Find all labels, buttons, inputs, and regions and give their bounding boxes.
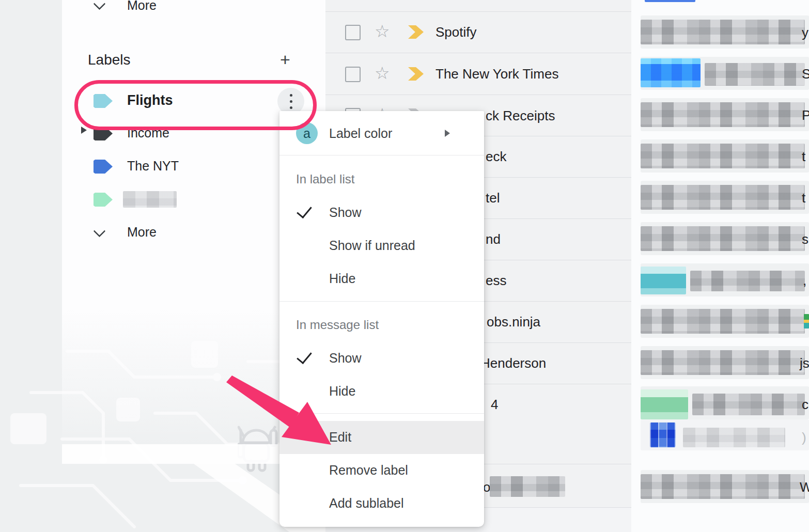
email-checkbox[interactable]	[345, 67, 361, 82]
sender-label: ess	[486, 273, 506, 289]
redacted-subject-block	[690, 271, 805, 291]
cropped-subject-text: ,	[803, 273, 806, 289]
redacted-subject-block	[641, 20, 805, 44]
sender-label: Henderson	[480, 355, 546, 371]
menu-item-remove-label[interactable]: Remove label	[279, 454, 484, 487]
menu-item-add-sublabel[interactable]: Add sublabel	[279, 487, 484, 520]
redacted-subject-block	[692, 394, 805, 415]
email-checkbox[interactable]	[345, 25, 361, 40]
label-tag-icon	[94, 193, 113, 207]
redacted-subject-block	[641, 185, 805, 210]
menu-item-show-label-list[interactable]: Show	[279, 196, 484, 229]
redacted-sender-block	[490, 476, 565, 497]
label-tag-icon	[94, 160, 113, 174]
cropped-subject-text: S	[802, 66, 809, 82]
cropped-favicon-icon	[804, 314, 809, 328]
cropped-subject-text: c	[802, 397, 808, 413]
redacted-subject-icon-block	[650, 423, 676, 447]
cropped-subject-text: W	[800, 479, 809, 495]
checkmark-icon	[297, 202, 312, 218]
redacted-subject-teal-block	[641, 267, 686, 294]
star-icon[interactable]: ☆	[375, 23, 390, 40]
menu-item-hide-label-list[interactable]: Hide	[279, 262, 484, 295]
redacted-subject-block	[641, 474, 805, 499]
cropped-subject-text: js	[800, 355, 809, 371]
sidebar-item-the-nyt[interactable]: The NYT	[62, 153, 310, 180]
annotation-arrow	[217, 367, 341, 455]
importance-marker-icon[interactable]	[408, 67, 424, 81]
email-row[interactable]: ☆ The New York Times	[325, 53, 631, 95]
sender-label: eck	[486, 149, 506, 165]
redacted-subject-block	[641, 226, 805, 251]
sender-label: 4	[491, 397, 498, 413]
annotation-circle	[74, 80, 317, 130]
chevron-down-icon	[93, 225, 105, 237]
cropped-subject-text: P	[802, 107, 809, 123]
cropped-blue-button	[645, 0, 695, 2]
sender-label: nd	[486, 231, 501, 247]
redacted-subject-block	[705, 63, 805, 86]
redacted-subject-block	[641, 309, 805, 334]
cropped-subject-text: y	[802, 25, 808, 41]
cropped-subject-text: t	[802, 190, 805, 206]
menu-item-label: Hide	[329, 271, 355, 286]
sender-label: tel	[486, 190, 500, 206]
labels-header: Labels	[88, 52, 131, 68]
redacted-subject-block	[683, 428, 785, 447]
redacted-label-block	[123, 191, 177, 208]
redacted-subject-block	[641, 144, 805, 168]
sidebar-item-label: More	[127, 225, 157, 240]
star-icon[interactable]: ☆	[375, 65, 390, 82]
label-context-menu: a Label color In label list Show Show if…	[279, 111, 484, 527]
menu-item-label: Remove label	[329, 463, 408, 478]
sidebar-item-label: More	[127, 0, 157, 13]
screenshot-canvas: ☆ Spotify ☆ The New York Times ☆ ck Rece…	[0, 0, 809, 532]
sender-label: The New York Times	[435, 66, 558, 82]
menu-section-header: In message list	[296, 318, 379, 332]
sidebar-item-label: The NYT	[127, 159, 179, 174]
menu-section-header: In label list	[296, 172, 354, 186]
cropped-subject-text: s	[802, 231, 808, 247]
menu-item-label: Label color	[329, 126, 392, 141]
sidebar-item-redacted[interactable]	[62, 186, 310, 213]
swatch-letter: a	[303, 126, 310, 141]
redacted-subject-green-block	[641, 389, 688, 419]
redacted-subject-block	[641, 102, 805, 127]
expand-caret-icon[interactable]	[81, 127, 87, 134]
importance-marker-icon[interactable]	[408, 25, 424, 39]
chevron-down-icon	[93, 0, 105, 10]
checkmark-icon	[297, 348, 312, 364]
menu-item-label: Add sublabel	[329, 496, 404, 511]
sidebar-item-more-top[interactable]: More	[62, 0, 310, 18]
cropped-subject-text: t	[802, 149, 805, 165]
sender-label: Spotify	[435, 24, 477, 40]
redacted-subject-blue-block	[641, 58, 701, 87]
add-label-button[interactable]: +	[280, 51, 290, 68]
menu-item-label: Show	[329, 351, 362, 366]
cropped-subject-text: )	[802, 430, 806, 446]
list-gap-column	[631, 0, 641, 507]
sender-label: obs.ninja	[487, 314, 540, 330]
email-row[interactable]: ☆ Spotify	[325, 11, 631, 53]
submenu-arrow-icon	[445, 130, 450, 137]
menu-item-label: Show if unread	[329, 238, 415, 253]
menu-item-show-if-unread[interactable]: Show if unread	[279, 229, 484, 262]
sidebar-item-more-bottom[interactable]: More	[62, 222, 310, 245]
menu-item-label: Show	[329, 205, 362, 220]
redacted-subject-block	[641, 350, 805, 375]
sender-label: ck Receipts	[486, 108, 555, 124]
